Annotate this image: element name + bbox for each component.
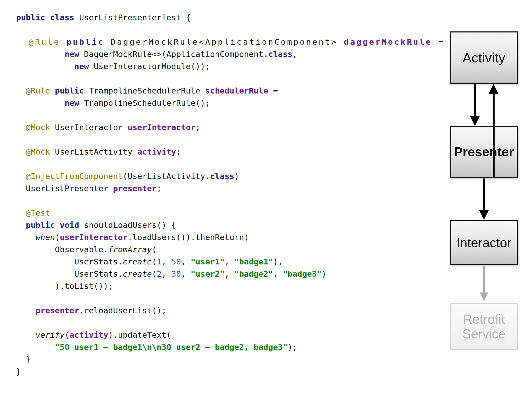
code-line: UserStats.create(2, 30, "user2", "badge2… <box>16 268 445 280</box>
code-line: new UserInteractorModule()); <box>16 60 445 72</box>
code-line: @Test <box>16 207 445 219</box>
arrow-interactor-to-retrofit-head-icon <box>480 292 488 301</box>
code-line <box>16 72 445 85</box>
arrow-activity-to-presenter <box>474 84 476 117</box>
diagram-box-activity: Activity <box>450 31 518 84</box>
arrow-activity-to-presenter-head-icon <box>470 116 480 126</box>
code-line: UserStats.create(1, 50, "user1", "badge1… <box>16 256 445 268</box>
code-line: ).toList()); <box>16 280 445 292</box>
code-line <box>16 109 445 121</box>
code-line: @Mock UserListActivity activity; <box>16 146 445 158</box>
code-line <box>16 158 445 170</box>
arrow-presenter-to-interactor-head-icon <box>479 210 489 220</box>
code-line: new DaggerMockRule<>(ApplicationComponen… <box>16 48 445 60</box>
code-block: public class UserListPresenterTest { @Ru… <box>16 11 445 378</box>
diagram-box-presenter-label: Presenter <box>454 144 514 159</box>
code-line: public class UserListPresenterTest { <box>16 11 445 24</box>
code-line: @InjectFromComponent(UserListActivity.cl… <box>16 170 445 182</box>
arrow-presenter-to-activity <box>493 93 495 178</box>
code-line: when(userInteractor.loadUsers()).thenRet… <box>16 231 445 243</box>
diagram-box-retrofit-service: Retrofit Service <box>450 303 518 350</box>
code-line: } <box>16 365 445 378</box>
code-line <box>16 195 445 207</box>
code-line <box>16 317 445 329</box>
code-line: Observable.fromArray( <box>16 243 445 256</box>
code-line: verify(activity).updateText( <box>16 329 445 341</box>
arrow-presenter-to-activity-head-icon <box>489 84 498 94</box>
code-line <box>16 292 445 304</box>
code-line: UserListPresenter presenter; <box>16 182 445 195</box>
code-line <box>16 134 445 146</box>
arrow-presenter-to-interactor <box>483 178 485 210</box>
diagram-box-retrofit-service-label: Retrofit Service <box>454 312 514 342</box>
code-line: "50 user1 – badge1\n\n30 user2 – badge2,… <box>16 341 445 353</box>
diagram-box-activity-label: Activity <box>463 50 506 65</box>
code-line <box>16 24 445 36</box>
diagram-box-presenter: Presenter <box>450 126 518 178</box>
code-line: } <box>16 353 445 365</box>
code-line: @Rule public DaggerMockRule<ApplicationC… <box>16 36 445 48</box>
code-line: @Rule public TrampolineSchedulerRule sch… <box>16 85 445 97</box>
code-line: @Mock UserInteractor userInteractor; <box>16 121 445 134</box>
code-line: public void shouldLoadUsers() { <box>16 219 445 231</box>
diagram-box-interactor-label: Interactor <box>456 235 511 250</box>
code-line: presenter.reloadUserList(); <box>16 304 445 317</box>
code-line: new TrampolineSchedulerRule(); <box>16 97 445 109</box>
diagram-box-interactor: Interactor <box>450 220 518 265</box>
arrow-interactor-to-retrofit <box>483 266 485 293</box>
